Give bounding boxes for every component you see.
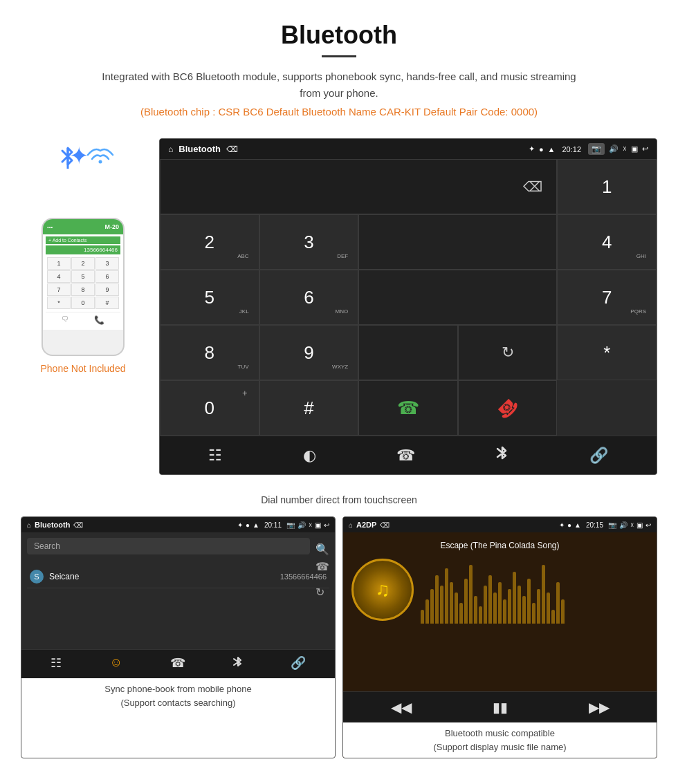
wifi-waves-icon [86,144,114,174]
pb-x-icon: ☓ [309,521,312,529]
dial-key-3[interactable]: 3 DEF [259,214,359,270]
volume-icon: 🔊 [609,144,619,153]
pb-loc-icon: ● [246,521,250,529]
caption-phonebook-text: Sync phone-book from mobile phone(Suppor… [104,684,251,708]
pb-topbar-right: ✦ ● ▲ 20:11 📷 🔊 ☓ ▣ ↩ [237,521,329,529]
contacts-icon[interactable]: ◐ [303,447,316,465]
dial-key-5[interactable]: 5 JKL [160,270,259,325]
window-icon: ▣ [631,144,638,153]
pb-signal-icon: ▲ [253,521,259,529]
pb-contact-row[interactable]: S Seicane 13566664466 [27,566,329,588]
phone-top-bar: ••• M-20 [43,219,123,234]
pb-contact-name: Seicane [49,572,79,581]
pb-back-icon: ↩ [324,521,329,529]
dial-key-2[interactable]: 2 ABC [160,214,259,270]
pb-topbar: ⌂ Bluetooth ⌫ ✦ ● ▲ 20:11 📷 🔊 ☓ ▣ ↩ [21,517,335,532]
phone-bottom-bar: 🗨 📞 [46,312,120,328]
pb-topbar-left: ⌂ Bluetooth ⌫ [27,521,83,529]
svg-point-0 [99,160,102,164]
music-controls: ◀◀ ▮▮ ▶▶ [343,691,657,722]
highlight-text: (Bluetooth chip : CSR BC6 Default Blueto… [14,106,664,118]
pb-person-icon[interactable]: ☺ [109,655,122,673]
backspace-icon[interactable]: ⌫ [523,178,542,195]
dial-key-7[interactable]: 7 PQRS [557,270,657,325]
dial-sub-abc: ABC [237,253,248,259]
dial-empty-3 [358,325,458,380]
music-topbar-left: ⌂ A2DP ⌫ [349,521,390,529]
dial-num-7: 7 [602,287,612,308]
pb-win-icon: ▣ [315,521,321,529]
music-title: A2DP [356,521,376,529]
music-screenshot: ⌂ A2DP ⌫ ✦ ● ▲ 20:15 📷 🔊 ☓ ▣ ↩ Escape (T… [342,516,657,758]
dial-empty-2 [358,270,557,325]
close-icon: ☓ [623,144,627,153]
back-icon: ↩ [642,144,648,153]
phone-icon[interactable]: ☎ [396,447,415,465]
dial-key-9[interactable]: 9 WXYZ [259,325,359,380]
link-icon[interactable]: 🔗 [589,447,608,465]
pb-search-icon[interactable]: 🔍 [315,543,329,556]
dial-empty-1 [358,214,557,270]
dial-call-green-btn[interactable]: ☎ [358,380,458,436]
dial-sub-def: DEF [337,253,348,259]
home-icon: ⌂ [168,144,173,154]
page-header: Bluetooth Integrated with BC6 Bluetooth … [0,0,678,124]
phone-not-included-label: Phone Not Included [41,363,126,374]
dial-num-8: 8 [205,342,214,364]
dial-refresh-btn[interactable]: ↻ [458,325,558,380]
dial-key-star[interactable]: * [557,325,657,380]
dial-key-hash[interactable]: # [259,380,359,436]
music-topbar: ⌂ A2DP ⌫ ✦ ● ▲ 20:15 📷 🔊 ☓ ▣ ↩ [343,517,657,532]
dial-key-0[interactable]: 0 + [160,380,259,436]
bottom-screenshots: ⌂ Bluetooth ⌫ ✦ ● ▲ 20:11 📷 🔊 ☓ ▣ ↩ Sear… [0,516,678,765]
pb-search-box[interactable]: Search [27,538,310,554]
music-back-icon: ↩ [645,521,651,529]
dial-num-6: 6 [304,287,313,308]
bluetooth-status-icon: ✦ [529,144,535,153]
pb-contact-left: S Seicane [30,570,79,584]
dial-num-star: * [603,342,610,364]
play-pause-icon[interactable]: ▮▮ [493,699,508,716]
phonebook-screenshot: ⌂ Bluetooth ⌫ ✦ ● ▲ 20:11 📷 🔊 ☓ ▣ ↩ Sear… [21,516,336,758]
bluetooth-bottom-icon[interactable] [496,445,508,466]
pb-bt-icon: ✦ [237,521,243,529]
phone-contact-bar: + Add to Contacts [46,236,120,244]
pb-title: Bluetooth [35,521,70,529]
dial-screenshot: ⌂ Bluetooth ⌫ ✦ ● ▲ 20:12 📷 🔊 ☓ ▣ ↩ ⌫ [159,138,657,475]
pb-cam-icon: 📷 [286,521,295,529]
pb-link-icon[interactable]: 🔗 [291,655,306,673]
music-signal-icon: ▲ [574,521,581,529]
dial-key-4[interactable]: 4 GHI [557,214,657,270]
music-cam-icon: 📷 [608,521,616,529]
pb-grid-icon[interactable]: ☷ [51,655,62,673]
pb-search-row: Search 🔍 [27,538,329,560]
bluetooth-large-icon [58,144,77,173]
pb-bt-bottom-icon[interactable] [233,655,243,673]
dial-topbar-left: ⌂ Bluetooth ⌫ [168,144,238,154]
dial-sub-ghi: GHI [636,253,646,259]
grid-icon[interactable]: ☷ [208,447,222,465]
pb-time: 20:11 [264,521,282,529]
phone-screen-content: + Add to Contacts 13566664466 1 2 3 4 5 … [43,234,123,330]
pb-search-placeholder: Search [34,541,60,551]
equalizer-bars [421,561,648,624]
prev-icon[interactable]: ◀◀ [391,699,412,716]
refresh-icon: ↻ [502,344,514,362]
location-icon: ● [539,145,544,153]
dial-key-6[interactable]: 6 MNO [259,270,359,325]
dial-key-1[interactable]: 1 [557,159,657,214]
call-green-icon: ☎ [397,398,419,419]
next-icon[interactable]: ▶▶ [589,699,610,716]
pb-side-icons: ☎ ↻ [315,560,329,599]
music-time: 20:15 [586,521,603,529]
time-display: 20:12 [562,145,581,153]
pb-content: Search 🔍 S Seicane 13566664466 ☎ ↻ [21,532,335,594]
pb-phone-icon[interactable]: ☎ [170,655,185,673]
dial-key-8[interactable]: 8 TUV [160,325,259,380]
dial-num-1: 1 [602,176,612,198]
caption-music: Bluetooth music compatible(Support displ… [343,722,657,758]
pb-letter-avatar: S [30,570,44,584]
pb-empty-area [21,594,335,649]
dial-call-red-btn[interactable]: ☎ [458,380,558,436]
music-vol-icon: 🔊 [619,521,627,529]
